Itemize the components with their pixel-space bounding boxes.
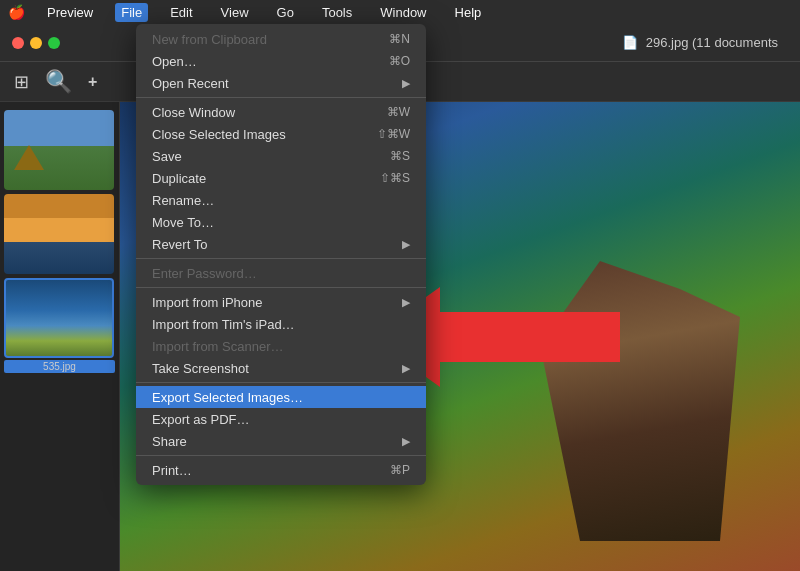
menubar-window[interactable]: Window: [374, 3, 432, 22]
menu-shortcut: ⌘S: [390, 149, 410, 163]
menu-item-label: Rename…: [152, 193, 214, 208]
menu-item-move-to[interactable]: Move To…: [136, 211, 426, 233]
menu-item-label: New from Clipboard: [152, 32, 267, 47]
submenu-arrow-icon: ▶: [402, 238, 410, 251]
close-button[interactable]: [12, 37, 24, 49]
menu-item-save[interactable]: Save ⌘S: [136, 145, 426, 167]
menu-item-label: Save: [152, 149, 182, 164]
menu-item-label: Share: [152, 434, 187, 449]
menubar-file[interactable]: File: [115, 3, 148, 22]
menu-separator: [136, 382, 426, 383]
menu-item-new-clipboard[interactable]: New from Clipboard ⌘N: [136, 28, 426, 50]
menubar-view[interactable]: View: [215, 3, 255, 22]
menubar-preview[interactable]: Preview: [41, 3, 99, 22]
sidebar: 535.jpg: [0, 102, 120, 571]
menu-separator: [136, 97, 426, 98]
menu-item-screenshot[interactable]: Take Screenshot ▶: [136, 357, 426, 379]
menu-shortcut: ⌘P: [390, 463, 410, 477]
menu-shortcut: ⇧⌘S: [380, 171, 410, 185]
arrow-body: [440, 312, 620, 362]
menu-item-label: Move To…: [152, 215, 214, 230]
list-item[interactable]: [4, 194, 114, 274]
list-item[interactable]: [4, 278, 114, 358]
menu-item-label: Take Screenshot: [152, 361, 249, 376]
menu-item-enter-password[interactable]: Enter Password…: [136, 262, 426, 284]
submenu-arrow-icon: ▶: [402, 296, 410, 309]
menu-separator: [136, 287, 426, 288]
sidebar-toggle-button[interactable]: ⊞: [10, 69, 33, 95]
menubar-tools[interactable]: Tools: [316, 3, 358, 22]
menu-item-label: Duplicate: [152, 171, 206, 186]
menu-item-label: Print…: [152, 463, 192, 478]
zoom-in-button[interactable]: +: [84, 71, 101, 93]
menubar-edit[interactable]: Edit: [164, 3, 198, 22]
menubar: 🍎 Preview File Edit View Go Tools Window…: [0, 0, 800, 24]
menubar-help[interactable]: Help: [449, 3, 488, 22]
menu-separator: [136, 455, 426, 456]
menu-item-export-pdf[interactable]: Export as PDF…: [136, 408, 426, 430]
menu-item-label: Export as PDF…: [152, 412, 250, 427]
zoom-out-button[interactable]: 🔍: [41, 67, 76, 97]
menu-item-export-selected[interactable]: Export Selected Images…: [136, 386, 426, 408]
submenu-arrow-icon: ▶: [402, 77, 410, 90]
list-item[interactable]: [4, 110, 114, 190]
menu-shortcut: ⌘W: [387, 105, 410, 119]
menu-item-label: Open Recent: [152, 76, 229, 91]
menubar-go[interactable]: Go: [271, 3, 300, 22]
menu-item-label: Close Window: [152, 105, 235, 120]
menu-item-import-scanner[interactable]: Import from Scanner…: [136, 335, 426, 357]
menu-item-import-ipad[interactable]: Import from Tim's iPad…: [136, 313, 426, 335]
menu-item-rename[interactable]: Rename…: [136, 189, 426, 211]
menu-item-label: Export Selected Images…: [152, 390, 303, 405]
menu-shortcut: ⌘O: [389, 54, 410, 68]
menu-separator: [136, 258, 426, 259]
title-text: 296.jpg (11 documents: [646, 35, 778, 50]
menu-item-label: Open…: [152, 54, 197, 69]
apple-menu[interactable]: 🍎: [8, 4, 25, 20]
menu-item-duplicate[interactable]: Duplicate ⇧⌘S: [136, 167, 426, 189]
menu-item-label: Close Selected Images: [152, 127, 286, 142]
menu-item-import-iphone[interactable]: Import from iPhone ▶: [136, 291, 426, 313]
menu-item-open[interactable]: Open… ⌘O: [136, 50, 426, 72]
minimize-button[interactable]: [30, 37, 42, 49]
menu-item-label: Enter Password…: [152, 266, 257, 281]
submenu-arrow-icon: ▶: [402, 435, 410, 448]
menu-item-print[interactable]: Print… ⌘P: [136, 459, 426, 481]
sidebar-toggle-icon: ⊞: [14, 71, 29, 93]
menu-item-label: Revert To: [152, 237, 207, 252]
zoom-out-icon: 🔍: [45, 69, 72, 95]
menu-item-open-recent[interactable]: Open Recent ▶: [136, 72, 426, 94]
menu-item-close-window[interactable]: Close Window ⌘W: [136, 101, 426, 123]
zoom-in-icon: +: [88, 73, 97, 91]
menu-item-label: Import from Scanner…: [152, 339, 284, 354]
traffic-lights: [12, 37, 60, 49]
maximize-button[interactable]: [48, 37, 60, 49]
thumbnail-label: 535.jpg: [4, 360, 115, 373]
menu-item-close-selected[interactable]: Close Selected Images ⇧⌘W: [136, 123, 426, 145]
menu-item-label: Import from Tim's iPad…: [152, 317, 295, 332]
submenu-arrow-icon: ▶: [402, 362, 410, 375]
file-menu: New from Clipboard ⌘N Open… ⌘O Open Rece…: [136, 24, 426, 485]
menu-shortcut: ⌘N: [389, 32, 410, 46]
document-icon: 📄: [622, 35, 638, 50]
menu-shortcut: ⇧⌘W: [377, 127, 410, 141]
menu-item-label: Import from iPhone: [152, 295, 263, 310]
menu-item-revert-to[interactable]: Revert To ▶: [136, 233, 426, 255]
menu-item-share[interactable]: Share ▶: [136, 430, 426, 452]
